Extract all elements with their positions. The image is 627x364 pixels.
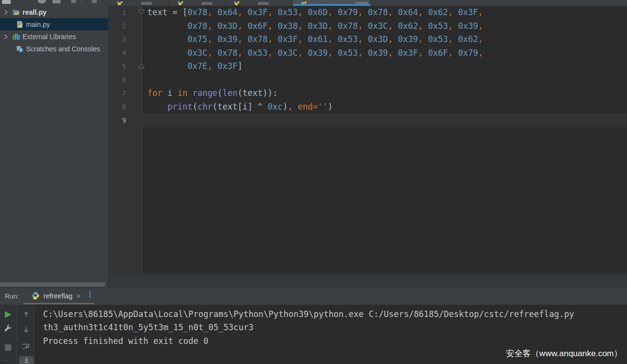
stop-button[interactable] <box>5 344 11 351</box>
close-icon[interactable]: × <box>76 292 81 300</box>
line-number[interactable]: 3 <box>109 36 128 44</box>
chevron-right-icon[interactable] <box>2 8 10 16</box>
focus-caret-mark <box>90 291 91 298</box>
run-tab-label: refreeflag <box>44 292 72 300</box>
libraries-icon <box>12 33 20 41</box>
tree-item-label: reall.py <box>23 8 46 16</box>
editor-tabstrip <box>109 0 627 6</box>
code-line-4[interactable]: 4 0x3C, 0x78, 0x53, 0x3C, 0x39, 0x53, 0x… <box>109 46 627 60</box>
fold-end-icon[interactable] <box>138 63 145 69</box>
line-number[interactable]: 7 <box>109 90 128 97</box>
code-line-7[interactable]: 7for i in range(len(text)): <box>109 87 627 100</box>
code-line-9[interactable]: 9 <box>109 114 627 127</box>
tab-label-partial <box>202 2 212 5</box>
line-number[interactable]: 4 <box>109 49 128 57</box>
line-number[interactable]: 2 <box>109 22 128 30</box>
run-tab[interactable]: refreeflag × <box>23 288 94 303</box>
toolbar-button-partial[interactable] <box>92 0 97 3</box>
toolbar-button-partial[interactable] <box>52 0 61 3</box>
scratches-icon <box>16 45 23 53</box>
watermark: 安全客（www.anquanke.com） <box>506 348 622 359</box>
chevron-right-icon[interactable] <box>2 33 10 41</box>
pycharm-window: reall.pymain.pyExternal LibrariesScratch… <box>0 0 627 364</box>
code-text: 0x78, 0x3D, 0x6F, 0x38, 0x3D, 0x78, 0x3C… <box>128 20 483 33</box>
fold-start-icon[interactable] <box>138 9 145 15</box>
code-text: for i in range(len(text)): <box>128 87 278 100</box>
toolbar-button-partial[interactable] <box>38 0 46 3</box>
scroll-to-end-button[interactable] <box>19 356 34 364</box>
tree-item-scratches-and-consoles[interactable]: Scratches and Consoles <box>0 43 108 55</box>
code-text: 0x7E, 0x3F] <box>128 60 243 73</box>
console-line: Process finished with exit code 0 <box>43 335 574 348</box>
toolbar-divider <box>2 339 14 340</box>
line-number[interactable]: 5 <box>109 63 128 70</box>
tree-item-label: External Libraries <box>23 33 76 41</box>
line-number[interactable]: 6 <box>109 76 128 84</box>
python-icon <box>177 1 184 5</box>
editor-empty-band <box>109 274 627 288</box>
line-number[interactable]: 9 <box>109 116 128 124</box>
project-scrollbar-thumb[interactable] <box>0 282 105 287</box>
tree-item-external-libraries[interactable]: External Libraries <box>0 30 108 43</box>
code-line-5[interactable]: 5 0x7E, 0x3F] <box>109 60 627 73</box>
code-text: text = [0x78, 0x64, 0x3F, 0x53, 0x6D, 0x… <box>128 6 483 20</box>
tree-item-reall-py[interactable]: reall.py <box>0 6 108 18</box>
tree-item-label: main.py <box>26 21 50 28</box>
code-line-1[interactable]: 1text = [0x78, 0x64, 0x3F, 0x53, 0x6D, 0… <box>109 6 627 20</box>
code-line-2[interactable]: 2 0x78, 0x3D, 0x6F, 0x38, 0x3D, 0x78, 0x… <box>109 20 627 33</box>
line-number[interactable]: 8 <box>109 103 128 111</box>
toolbar-divider <box>2 360 14 361</box>
code-line-3[interactable]: 3 0x75, 0x39, 0x78, 0x3F, 0x61, 0x53, 0x… <box>109 33 627 46</box>
editor-tab-2[interactable] <box>169 0 226 6</box>
python-icon <box>31 292 40 300</box>
python-icon <box>116 1 123 5</box>
code-line-6[interactable]: 6 <box>109 73 627 87</box>
python-file-icon <box>16 21 23 28</box>
soft-wrap-button[interactable] <box>21 342 30 353</box>
scroll-down-button[interactable] <box>22 325 30 336</box>
scroll-up-button[interactable] <box>22 310 30 320</box>
settings-wrench-icon[interactable] <box>3 324 12 335</box>
editor-tab-1[interactable] <box>109 0 169 6</box>
tab-label-partial <box>258 2 269 5</box>
console-output: C:\Users\86185\AppData\Local\Programs\Py… <box>43 308 574 348</box>
tab-label-partial <box>141 2 152 5</box>
code-text: print(chr(text[i] ^ 0xc), end='') <box>128 100 333 114</box>
tree-item-label: Scratches and Consoles <box>26 45 100 53</box>
toolbar-button-partial[interactable] <box>2 0 11 4</box>
toolbar-separator <box>81 0 82 4</box>
code-text: 0x3C, 0x78, 0x53, 0x3C, 0x39, 0x53, 0x39… <box>128 46 483 60</box>
code-editor[interactable]: 1text = [0x78, 0x64, 0x3F, 0x53, 0x6D, 0… <box>109 6 627 274</box>
folder-python-icon <box>12 8 20 16</box>
run-panel-title: Run: <box>5 293 19 300</box>
tree-item-main-py[interactable]: main.py <box>0 18 108 30</box>
console-line: C:\Users\86185\AppData\Local\Programs\Py… <box>43 308 574 321</box>
code-text: 0x75, 0x39, 0x78, 0x3F, 0x61, 0x53, 0x3D… <box>128 33 483 46</box>
project-tree: reall.pymain.pyExternal LibrariesScratch… <box>0 6 108 55</box>
code-lines: 1text = [0x78, 0x64, 0x3F, 0x53, 0x6D, 0… <box>109 6 627 127</box>
python-icon <box>233 1 240 5</box>
toolbar-button-partial[interactable] <box>71 0 76 3</box>
line-number[interactable]: 1 <box>109 9 128 17</box>
code-line-8[interactable]: 8 print(chr(text[i] ^ 0xc), end='') <box>109 100 627 114</box>
active-tab-underline <box>293 4 371 6</box>
editor-tab-3[interactable] <box>226 0 293 6</box>
run-tab-underline <box>23 303 94 304</box>
rerun-button[interactable] <box>5 311 11 318</box>
project-panel: reall.pymain.pyExternal LibrariesScratch… <box>0 6 109 288</box>
editor-tab-4[interactable] <box>293 0 371 6</box>
console-line: th3_authn3t1c41t0n_5y5t3m_15_n0t_05_53cu… <box>43 321 574 334</box>
